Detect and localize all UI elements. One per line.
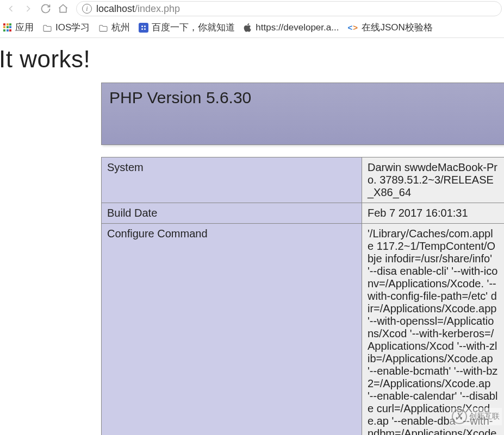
bookmark-label: 杭州 — [111, 21, 130, 34]
svg-point-2 — [141, 28, 143, 30]
back-button[interactable] — [2, 0, 20, 17]
home-button[interactable] — [54, 0, 72, 17]
phpinfo-title: PHP Version 5.6.30 — [109, 89, 496, 107]
phpinfo-label: Build Date — [102, 203, 362, 224]
watermark: X 创新互联 — [450, 408, 502, 425]
apps-icon — [3, 23, 12, 32]
folder-icon — [42, 24, 52, 31]
table-row: SystemDarwin swwdeMacBook-Pro. 3789.51.2… — [102, 157, 505, 203]
phpinfo-value: '/Library/Caches/com.apple 117.2~1/TempC… — [362, 224, 505, 436]
reload-button[interactable] — [37, 0, 54, 17]
bookmark-label: IOS学习 — [55, 21, 90, 34]
watermark-text: 创新互联 — [469, 412, 500, 421]
svg-point-1 — [144, 26, 146, 27]
bookmark-json[interactable]: <> 在线JSON校验格 — [347, 21, 432, 34]
phpinfo-label: Configure Command — [102, 224, 362, 436]
bookmark-label: https://developer.a... — [256, 22, 339, 33]
json-icon: <> — [347, 23, 358, 32]
phpinfo-banner: PHP Version 5.6.30 — [101, 83, 504, 145]
table-row: Configure Command'/Library/Caches/com.ap… — [102, 224, 505, 436]
bookmark-folder-ios[interactable]: IOS学习 — [42, 21, 90, 34]
forward-button[interactable] — [20, 0, 37, 17]
bookmark-folder-hz[interactable]: 杭州 — [98, 21, 130, 34]
folder-icon — [98, 24, 108, 31]
bookmarks-bar: 应用 IOS学习 杭州 百度一下，你就知道 https://developer.… — [0, 17, 504, 38]
bookmark-apps[interactable]: 应用 — [3, 21, 34, 34]
baidu-icon — [139, 23, 148, 33]
site-info-icon[interactable]: i — [82, 4, 92, 14]
page-heading: It works! — [0, 38, 504, 83]
browser-toolbar: i localhost/index.php — [0, 0, 504, 17]
table-row: Build DateFeb 7 2017 16:01:31 — [102, 203, 505, 224]
svg-point-3 — [144, 28, 146, 30]
svg-point-0 — [141, 26, 143, 27]
phpinfo-value: Feb 7 2017 16:01:31 — [362, 203, 505, 224]
bookmark-label: 百度一下，你就知道 — [152, 21, 235, 34]
bookmark-apple-dev[interactable]: https://developer.a... — [244, 22, 339, 33]
bookmark-baidu[interactable]: 百度一下，你就知道 — [139, 21, 235, 34]
phpinfo-label: System — [102, 157, 362, 203]
url-text: localhost/index.php — [96, 3, 180, 15]
phpinfo-table: SystemDarwin swwdeMacBook-Pro. 3789.51.2… — [101, 157, 504, 435]
bookmark-label: 在线JSON校验格 — [362, 21, 432, 34]
watermark-icon: X — [452, 409, 467, 424]
page-content: It works! PHP Version 5.6.30 SystemDarwi… — [0, 38, 504, 435]
bookmark-label: 应用 — [15, 21, 34, 34]
phpinfo-value: Darwin swwdeMacBook-Pro. 3789.51.2~3/REL… — [362, 157, 505, 203]
url-bar[interactable]: i localhost/index.php — [76, 1, 502, 16]
apple-icon — [244, 23, 252, 32]
phpinfo-container: PHP Version 5.6.30 SystemDarwin swwdeMac… — [101, 83, 504, 435]
